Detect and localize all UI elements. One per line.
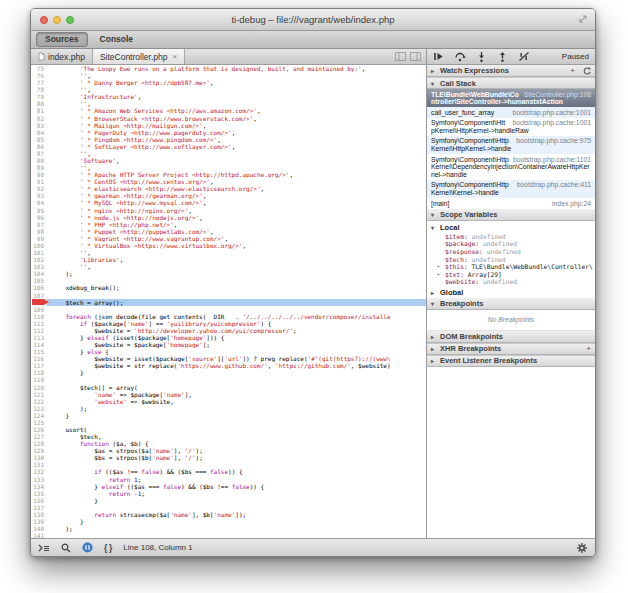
line-number-gutter[interactable]: 81 — [31, 107, 47, 114]
line-number-gutter[interactable]: 91 — [31, 178, 47, 185]
line-number-gutter[interactable]: 102 — [31, 256, 47, 263]
line-number-gutter[interactable]: 140 — [31, 525, 47, 532]
breakpoint-arrow-icon[interactable] — [32, 299, 49, 305]
section-dom-breakpoints[interactable]: ▸ DOM Breakpoints — [427, 331, 595, 343]
call-stack-frame[interactable]: index.php:24[main] — [427, 198, 595, 209]
line-number-gutter[interactable]: 78 — [31, 86, 47, 93]
close-window-icon[interactable] — [40, 16, 48, 24]
step-out-icon[interactable] — [497, 51, 508, 62]
line-number-gutter[interactable]: 122 — [31, 398, 47, 405]
file-tab-sitecontroller-php[interactable]: SiteController.php × — [93, 49, 185, 64]
line-number-gutter[interactable]: 131 — [31, 461, 47, 468]
debugger-active-icon[interactable] — [82, 542, 93, 553]
line-number-gutter[interactable]: 92 — [31, 185, 47, 192]
line-number-gutter[interactable]: 115 — [31, 348, 47, 355]
line-number-gutter[interactable]: 104 — [31, 270, 47, 277]
line-number-gutter[interactable]: 134 — [31, 483, 47, 490]
call-stack-frame[interactable]: bootstrap.php.cache:975Symfony\Component… — [427, 136, 595, 154]
scope-variable[interactable]: ▸$txt: Array[29] — [427, 271, 595, 279]
line-number-gutter[interactable]: 101 — [31, 249, 47, 256]
line-number-gutter[interactable]: 98 — [31, 228, 47, 235]
show-console-icon[interactable] — [38, 543, 50, 553]
section-breakpoints[interactable]: ▾ Breakpoints — [427, 298, 595, 310]
line-number-gutter[interactable]: 139 — [31, 518, 47, 525]
show-navigator-icon[interactable] — [395, 52, 406, 61]
line-number-gutter[interactable]: 105 — [31, 277, 47, 284]
line-number-gutter[interactable]: 82 — [31, 115, 47, 122]
line-number-gutter[interactable]: 100 — [31, 242, 47, 249]
section-scope-variables[interactable]: ▾ Scope Variables — [427, 209, 595, 221]
line-number-gutter[interactable]: 128 — [31, 440, 47, 447]
call-stack-frame[interactable]: bootstrap.php.cache:1001call_user_func_a… — [427, 107, 595, 118]
line-number-gutter[interactable]: 117 — [31, 362, 47, 369]
expand-icon[interactable]: ▸ — [437, 263, 443, 271]
line-number-gutter[interactable]: 132 — [31, 468, 47, 475]
line-number-gutter[interactable]: 107 — [31, 292, 47, 299]
line-number-gutter[interactable]: 137 — [31, 504, 47, 511]
line-number-gutter[interactable]: 118 — [31, 369, 47, 376]
line-number-gutter[interactable]: 130 — [31, 454, 47, 461]
call-stack-frame[interactable]: bootstrap.php.cache:1101Symfony\Componen… — [427, 154, 595, 180]
line-number-gutter[interactable]: 125 — [31, 419, 47, 426]
line-number-gutter[interactable]: 83 — [31, 122, 47, 129]
add-watch-icon[interactable]: + — [570, 66, 575, 75]
search-icon[interactable] — [61, 543, 71, 553]
line-number-gutter[interactable]: 124 — [31, 412, 47, 419]
line-number-gutter[interactable]: 80 — [31, 100, 47, 107]
line-number-gutter[interactable]: 111 — [31, 320, 47, 327]
line-number-gutter[interactable]: 96 — [31, 214, 47, 221]
line-number-gutter[interactable]: 138 — [31, 511, 47, 518]
line-number-gutter[interactable]: 77 — [31, 79, 47, 86]
close-tab-icon[interactable]: × — [172, 52, 177, 61]
file-tab-index-php[interactable]: index.php — [31, 49, 93, 64]
section-watch-expressions[interactable]: ▸ Watch Expressions + — [427, 65, 595, 77]
tab-console[interactable]: Console — [91, 32, 143, 47]
line-number-gutter[interactable] — [31, 299, 47, 306]
line-number-gutter[interactable]: 89 — [31, 164, 47, 171]
line-number-gutter[interactable]: 109 — [31, 306, 47, 313]
add-xhr-breakpoint-icon[interactable]: + — [586, 344, 591, 353]
resize-icon[interactable] — [578, 14, 588, 24]
section-xhr-breakpoints[interactable]: ▸ XHR Breakpoints + — [427, 343, 595, 355]
tab-sources[interactable]: Sources — [36, 32, 88, 47]
line-number-gutter[interactable]: 86 — [31, 143, 47, 150]
line-number-gutter[interactable]: 106 — [31, 284, 47, 291]
scope-global[interactable]: ▸ Global — [427, 286, 595, 298]
settings-gear-icon[interactable] — [576, 542, 588, 554]
call-stack-frame[interactable]: bootstrap.php.cache:1001Symfony\Componen… — [427, 118, 595, 136]
line-number-gutter[interactable]: 97 — [31, 221, 47, 228]
line-number-gutter[interactable]: 119 — [31, 376, 47, 383]
zoom-window-icon[interactable] — [66, 16, 74, 24]
line-number-gutter[interactable]: 127 — [31, 433, 47, 440]
minimize-window-icon[interactable] — [53, 16, 61, 24]
title-bar[interactable]: ti-debug – file:///vagrant/web/index.php — [31, 9, 595, 31]
line-number-gutter[interactable]: 126 — [31, 426, 47, 433]
line-number-gutter[interactable]: 103 — [31, 263, 47, 270]
line-number-gutter[interactable]: 129 — [31, 447, 47, 454]
break-on-exceptions-icon[interactable] — [518, 51, 530, 62]
expand-icon[interactable]: ▸ — [437, 271, 443, 279]
line-number-gutter[interactable]: 113 — [31, 334, 47, 341]
line-number-gutter[interactable]: 123 — [31, 405, 47, 412]
line-number-gutter[interactable]: 136 — [31, 497, 47, 504]
scope-variable[interactable]: ▸$this: TLE\Bundle\WebBundle\Controller\ — [427, 263, 595, 271]
line-number-gutter[interactable]: 88 — [31, 157, 47, 164]
line-number-gutter[interactable]: 121 — [31, 391, 47, 398]
line-number-gutter[interactable]: 116 — [31, 355, 47, 362]
line-number-gutter[interactable]: 94 — [31, 199, 47, 206]
line-number-gutter[interactable]: 84 — [31, 129, 47, 136]
pretty-print-icon[interactable]: { } — [104, 543, 112, 553]
line-number-gutter[interactable]: 90 — [31, 171, 47, 178]
call-stack-frame[interactable]: SiteController.php:108TLE\Bundle\WebBund… — [427, 89, 595, 107]
line-number-gutter[interactable]: 79 — [31, 93, 47, 100]
line-number-gutter[interactable]: 114 — [31, 341, 47, 348]
line-number-gutter[interactable]: 75 — [31, 65, 47, 72]
line-number-gutter[interactable]: 76 — [31, 72, 47, 79]
step-over-icon[interactable] — [454, 51, 466, 62]
line-number-gutter[interactable]: 135 — [31, 490, 47, 497]
section-event-listener-breakpoints[interactable]: ▸ Event Listener Breakpoints — [427, 355, 595, 367]
line-number-gutter[interactable]: 99 — [31, 235, 47, 242]
scope-local[interactable]: ▾ Local — [427, 221, 595, 233]
line-number-gutter[interactable]: 95 — [31, 207, 47, 214]
refresh-icon[interactable] — [582, 66, 591, 75]
